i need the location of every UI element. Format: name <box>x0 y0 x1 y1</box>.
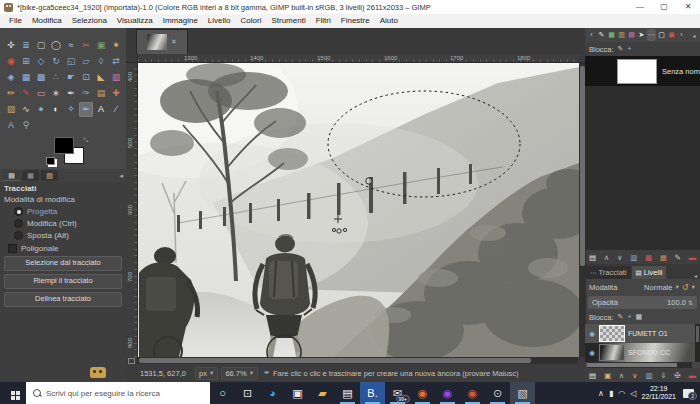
notification-center-icon[interactable]: 2 <box>683 389 694 398</box>
anchor-layer-button[interactable]: ✠ <box>674 369 680 382</box>
visibility-eye-icon[interactable]: ◉ <box>588 330 596 338</box>
zoom-dropdown[interactable]: 66.7% ▼ <box>221 367 258 380</box>
chrome-icon[interactable]: ◉ <box>460 382 485 404</box>
image-tab[interactable]: ✕ <box>136 29 188 54</box>
menu-item[interactable]: Colori <box>236 14 267 28</box>
palettes-tab-icon[interactable]: ▤ <box>627 29 636 41</box>
tool-rectangle-select[interactable]: ▢ <box>34 38 48 53</box>
selection-to-path-button[interactable]: ▦ <box>660 251 667 264</box>
scroll-right-icon[interactable]: › <box>677 29 686 41</box>
tool-n-point-deformation[interactable]: ∴ <box>49 70 63 85</box>
foreground-color-swatch[interactable] <box>54 137 74 154</box>
tool-pencil[interactable]: ✏ <box>4 86 18 101</box>
tool-paintbrush[interactable]: ✎ <box>19 86 33 101</box>
edit-mode-radio[interactable]: Modifica (Ctrl) <box>14 219 122 228</box>
chevron-down-icon[interactable]: ▼ <box>674 284 679 290</box>
raise-layer-button[interactable]: ∧ <box>619 369 625 382</box>
gradients-tab-icon[interactable]: ▥ <box>617 29 626 41</box>
menu-item[interactable]: Modifica <box>27 14 67 28</box>
tool-ellipse-select[interactable]: ◯ <box>49 38 63 53</box>
delete-path-button[interactable]: ▬ <box>688 251 696 264</box>
tool-blur-sharpen[interactable]: ● <box>34 102 48 117</box>
start-button[interactable] <box>0 382 26 404</box>
tab-images[interactable]: ▧ <box>41 170 58 181</box>
paint-along-path-button[interactable]: ✎ <box>675 251 681 264</box>
lock-position-layers-icon[interactable]: + <box>627 313 631 321</box>
tool-free-select[interactable]: ≈ <box>64 38 78 53</box>
tab-menu-button[interactable]: ◂ <box>690 32 698 39</box>
duplicate-layer-button[interactable]: ▥ <box>645 369 652 382</box>
b-app-icon[interactable]: B. <box>360 382 385 404</box>
tool-warp-transform[interactable]: ▦ <box>19 70 33 85</box>
tool-perspective-clone[interactable]: ▧ <box>4 102 18 117</box>
tool-scissors-select[interactable]: ✂ <box>79 38 93 53</box>
edit-mode-radio[interactable]: Sposta (Alt) <box>14 231 122 240</box>
default-colors-icon[interactable] <box>46 157 55 165</box>
tab-tool-options[interactable]: ▤ <box>3 170 20 181</box>
store-icon[interactable]: ▣ <box>285 382 310 404</box>
tool-text-along-path[interactable]: A <box>4 118 18 133</box>
document-icon[interactable]: ▤ <box>335 382 360 404</box>
tool-rotate[interactable]: ↻ <box>49 54 63 69</box>
menu-item[interactable]: Visualizza <box>112 14 158 28</box>
tool-fuzzy-select[interactable]: ✶ <box>109 38 123 53</box>
quick-mask-toggle[interactable] <box>126 357 137 364</box>
maximize-button[interactable]: ▢ <box>652 0 676 14</box>
tool-select-by-color[interactable]: ◉ <box>4 54 18 69</box>
tool-color-picker[interactable]: ✧ <box>64 102 78 117</box>
lower-layer-button[interactable]: ∨ <box>632 369 638 382</box>
volume-icon[interactable]: ◁ <box>630 389 636 398</box>
history-tab-icon[interactable]: ▢ <box>657 29 666 41</box>
unit-dropdown[interactable]: px ▼ <box>195 367 218 380</box>
tool-foreground-select[interactable]: ▣ <box>94 38 108 53</box>
menu-item[interactable]: Finestre <box>336 14 375 28</box>
tool-scale[interactable]: ◱ <box>64 54 78 69</box>
close-image-icon[interactable]: ✕ <box>171 38 177 46</box>
gimp-taskbar-icon[interactable]: ▧ <box>510 382 535 404</box>
new-path-button[interactable]: ▤ <box>589 251 596 264</box>
brushes-tab-icon[interactable]: ✎ <box>597 29 606 41</box>
battery-icon[interactable]: ▮ <box>609 389 613 398</box>
taskbar-clock[interactable]: 22:19 22/11/2021 <box>641 385 676 401</box>
tool-bucket-fill[interactable]: ◣ <box>94 70 108 85</box>
menu-item[interactable]: Strumenti <box>266 14 310 28</box>
lock-strokes-icon[interactable]: ✎ <box>618 45 624 53</box>
tool-measure[interactable]: ∕ <box>109 102 123 117</box>
selection-from-path-button[interactable]: Selezione dal tracciato <box>4 256 122 271</box>
mode-value[interactable]: Normale <box>644 283 672 292</box>
swap-colors-icon[interactable]: ⤡ <box>83 137 88 144</box>
tool-cage-transform[interactable]: ▩ <box>34 70 48 85</box>
firefox-icon[interactable]: ◉ <box>410 382 435 404</box>
visibility-eye-icon[interactable]: ◉ <box>588 349 596 357</box>
lower-path-button[interactable]: ∨ <box>617 251 623 264</box>
mode-switch-icon[interactable]: ↺ <box>682 283 689 292</box>
task-view-icon[interactable]: ⊡ <box>235 382 260 404</box>
edit-mode-radio[interactable]: Progetta <box>14 207 122 216</box>
lock-alpha-icon[interactable]: ▦ <box>636 313 643 321</box>
tool-gradient[interactable]: ▥ <box>109 70 123 85</box>
spinner-icon[interactable]: ⇅ <box>688 300 693 306</box>
menu-item[interactable]: Seleziona <box>67 14 112 28</box>
layers-scrollbar[interactable] <box>695 324 700 362</box>
layers-horizontal-scrollbar[interactable] <box>587 362 692 368</box>
new-group-button[interactable]: ▣ <box>604 369 611 382</box>
lock-pixels-icon[interactable]: ✎ <box>618 313 624 321</box>
dockable-menu-button[interactable]: ◂ <box>119 172 123 180</box>
tool-flip[interactable]: ⇄ <box>109 54 123 69</box>
polygonal-checkbox[interactable]: Poligonale <box>8 244 122 253</box>
tool-dodge-burn[interactable]: ◐ <box>49 102 63 117</box>
tool-seamless-clone[interactable]: ⊡ <box>79 70 93 85</box>
tool-zoom[interactable]: ⚲ <box>19 118 33 133</box>
tool-smudge[interactable]: ∿ <box>19 102 33 117</box>
obs-icon[interactable]: ⊙ <box>485 382 510 404</box>
opacity-slider[interactable]: Opacità 100.0 ⇅ <box>588 296 697 309</box>
explorer-icon[interactable]: ▰ <box>310 382 335 404</box>
tool-3d-transform[interactable]: ◈ <box>4 70 18 85</box>
tool-ink[interactable]: ✒ <box>64 86 78 101</box>
horizontal-scrollbar-thumb[interactable] <box>139 358 531 363</box>
menu-item[interactable]: Livello <box>203 14 236 28</box>
cortana-icon[interactable]: ○ <box>210 382 235 404</box>
menu-item[interactable]: Filtri <box>311 14 336 28</box>
horizontal-scrollbar[interactable] <box>137 357 578 364</box>
paths-tab-icon[interactable]: ⋯ <box>647 29 656 41</box>
